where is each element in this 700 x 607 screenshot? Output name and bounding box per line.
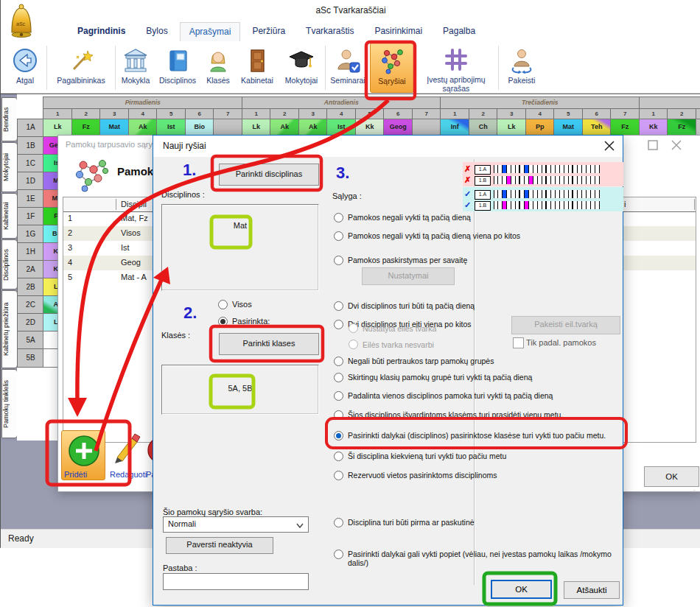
plus-icon bbox=[67, 434, 101, 468]
condition-row: ✗1.A bbox=[463, 164, 623, 174]
row-label: 5A bbox=[17, 331, 44, 350]
class-tag: 1.A bbox=[475, 165, 491, 175]
row-number: 3 bbox=[68, 243, 72, 252]
option-label: Pamokos paskirstymas per savaitę bbox=[348, 256, 467, 264]
option-label: Disciplina turi būti pirma ar paskutinė bbox=[348, 518, 475, 527]
option-label: Padalinta vienos disciplinos pamoka turi… bbox=[348, 391, 553, 400]
radio-icon bbox=[349, 323, 358, 333]
dialog-titlebar: Nauji ryšiai bbox=[153, 136, 623, 157]
condition-row: ✓1.A bbox=[463, 189, 623, 199]
condition-option-8[interactable]: Šios disciplinos išvardintoms klasėms tu… bbox=[334, 410, 563, 420]
ok-button[interactable]: OK bbox=[491, 580, 552, 599]
option-label: Rezervuoti vietos pasirinktoms disciplin… bbox=[348, 471, 497, 480]
condition-option-5[interactable]: Negali būti pertraukos tarp pamokų grupė… bbox=[334, 357, 494, 366]
radio-icon bbox=[349, 340, 358, 349]
radio-icon bbox=[334, 301, 343, 311]
radio-icon bbox=[334, 391, 343, 401]
importance-select[interactable]: Normali bbox=[163, 516, 309, 533]
condition-option-10[interactable]: Ši disciplina kiekvieną turi vykti tuo p… bbox=[334, 452, 506, 461]
checkbox-icon[interactable] bbox=[513, 337, 524, 348]
period-strip bbox=[494, 190, 600, 198]
condition-option-11[interactable]: Rezervuoti vietos pasirinktoms disciplin… bbox=[334, 471, 497, 480]
option-label: Pasirinkti dalykai (disciplinos) pasirin… bbox=[348, 431, 606, 440]
column-header: Discipli bbox=[121, 200, 147, 208]
deactivate-button[interactable]: Paversti neaktyvia bbox=[166, 537, 273, 554]
row-number: 4 bbox=[68, 258, 72, 267]
classes-box: 5A, 5B bbox=[161, 365, 319, 415]
chevron-down-icon bbox=[296, 523, 304, 528]
row-label: 2C bbox=[17, 295, 44, 315]
close-icon[interactable] bbox=[668, 138, 685, 152]
radio-selected-classes[interactable]: Pasirinkta: bbox=[218, 317, 270, 326]
edit-button-label[interactable]: Redaguoti bbox=[110, 470, 147, 479]
row-discipline: Mat, Fz bbox=[121, 214, 148, 222]
condition-row: ✗1.B bbox=[463, 175, 623, 185]
radio-icon bbox=[334, 471, 343, 480]
radio-all-classes[interactable]: Visos bbox=[218, 300, 252, 309]
row-number: 5 bbox=[68, 273, 72, 281]
radio-icon bbox=[334, 550, 343, 559]
radio-icon bbox=[334, 231, 343, 241]
classes-label: Klasės : bbox=[161, 331, 190, 340]
radio-order-irrelevant[interactable]: Eilės tvarka nesvarbi bbox=[349, 340, 434, 349]
option-label: Pamokos negali vykti tą pačią dieną vien… bbox=[348, 231, 520, 240]
checkbox-label[interactable]: Tik padal. pamokos bbox=[526, 338, 596, 347]
period-strip bbox=[494, 201, 600, 209]
row-discipline: Mat - A bbox=[121, 273, 147, 281]
condition-option-3[interactable]: Dvi disciplinos turi būti tą pačią dieną bbox=[334, 301, 475, 311]
disciplines-box: Mat bbox=[161, 204, 319, 291]
radio-icon bbox=[334, 373, 343, 382]
radio-set-order[interactable]: Nustatyta eilės tvarka bbox=[349, 323, 436, 333]
check-mark-icon: ✓ bbox=[464, 189, 471, 199]
row-label: 1D bbox=[17, 172, 44, 191]
column-header-fragment: i bbox=[624, 200, 626, 208]
importance-value: Normali bbox=[168, 519, 196, 528]
note-input[interactable] bbox=[163, 573, 309, 590]
condition-option-9[interactable]: Pasirinkti dalykai (disciplinos) pasirin… bbox=[334, 431, 606, 441]
class-tag: 1.B bbox=[475, 201, 491, 211]
settings-button[interactable]: Nustatymai bbox=[362, 267, 455, 285]
row-label: 2D bbox=[17, 313, 44, 332]
change-order-button[interactable]: Pakeisti eil.tvarką bbox=[511, 316, 620, 334]
condition-option-12[interactable]: Disciplina turi būti pirma ar paskutinė bbox=[334, 518, 475, 527]
ok-button[interactable]: OK bbox=[644, 466, 699, 487]
condition-option-6[interactable]: Skirtingų klasių pamokų grupė turi vykti… bbox=[334, 373, 532, 382]
condition-row: ✓1.B bbox=[463, 200, 623, 210]
row-discipline: Ist bbox=[121, 243, 130, 252]
row-label: 2A bbox=[17, 260, 44, 279]
radio-icon bbox=[334, 357, 343, 366]
condition-option-0[interactable]: Pamokos negali vykti tą pačią dieną bbox=[334, 213, 471, 222]
add-button-label[interactable]: Pridėti bbox=[64, 470, 87, 479]
status-text: Ready bbox=[8, 533, 34, 544]
condition-option-2[interactable]: Pamokos paskirstymas per savaitę bbox=[334, 256, 467, 265]
edit-pencil-icon[interactable] bbox=[111, 431, 142, 465]
condition-option-7[interactable]: Padalinta vienos disciplinos pamoka turi… bbox=[334, 391, 553, 401]
resize-grip[interactable]: ⋰⋰ bbox=[689, 489, 700, 496]
condition-option-1[interactable]: Pamokos negali vykti tą pačią dieną vien… bbox=[334, 231, 520, 241]
step-3-label: 3. bbox=[336, 164, 349, 183]
row-number: 2 bbox=[68, 228, 72, 237]
radio-label: Eilės tvarka nesvarbi bbox=[363, 340, 434, 349]
row-label: 2B bbox=[17, 278, 44, 297]
option-label: Pamokos negali vykti tą pačią dieną bbox=[348, 213, 471, 222]
cross-mark-icon: ✗ bbox=[464, 164, 471, 174]
period-strip bbox=[494, 176, 600, 184]
radio-icon-selected bbox=[334, 431, 343, 441]
dialog-title: Nauji ryšiai bbox=[163, 141, 206, 151]
row-label: 1H bbox=[17, 242, 44, 262]
row-discipline: Visos bbox=[121, 228, 141, 237]
condition-example-graphic: ✗1.A✗1.B✓1.A✓1.B bbox=[463, 162, 623, 212]
maximize-icon[interactable] bbox=[645, 138, 661, 152]
condition-option-13[interactable]: Pasirinkti dalykai gali vykti popiet (vė… bbox=[334, 550, 619, 567]
radio-icon bbox=[218, 300, 228, 309]
select-classes-button[interactable]: Parinkti klases bbox=[219, 333, 319, 355]
cancel-button[interactable]: Atšaukti bbox=[564, 581, 620, 599]
option-label: Skirtingų klasių pamokų grupė turi vykti… bbox=[348, 373, 532, 382]
radio-icon bbox=[334, 410, 343, 420]
disciplines-value: Mat bbox=[162, 221, 318, 230]
period-strip bbox=[494, 165, 600, 173]
radio-icon bbox=[334, 452, 343, 461]
class-tag: 1.B bbox=[475, 176, 491, 186]
close-icon[interactable] bbox=[601, 140, 617, 153]
select-disciplines-button[interactable]: Parinkti disciplinas bbox=[219, 164, 319, 186]
